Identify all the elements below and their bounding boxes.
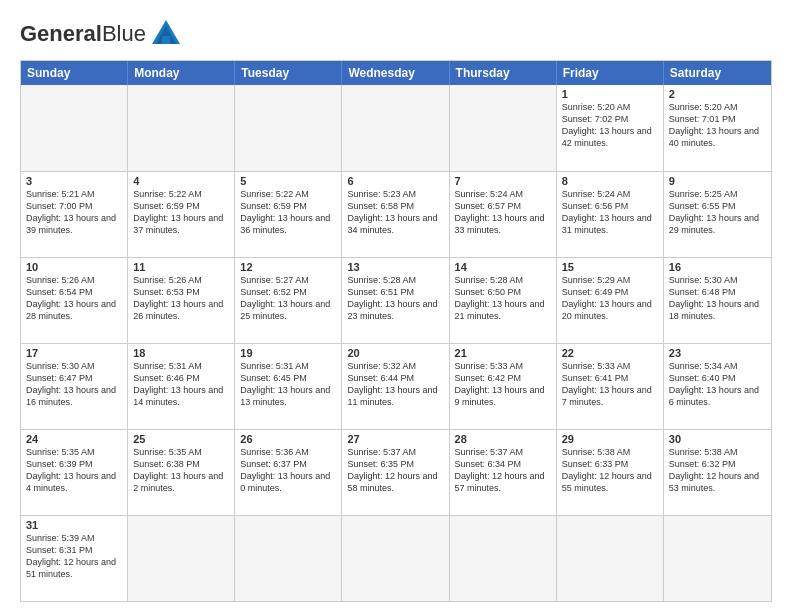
day-info: Sunrise: 5:26 AM Sunset: 6:53 PM Dayligh… (133, 274, 229, 323)
day-number: 26 (240, 433, 336, 445)
day-info: Sunrise: 5:33 AM Sunset: 6:41 PM Dayligh… (562, 360, 658, 409)
calendar-cell: 9Sunrise: 5:25 AM Sunset: 6:55 PM Daylig… (664, 172, 771, 257)
calendar-cell: 27Sunrise: 5:37 AM Sunset: 6:35 PM Dayli… (342, 430, 449, 515)
calendar-cell: 29Sunrise: 5:38 AM Sunset: 6:33 PM Dayli… (557, 430, 664, 515)
calendar-cell: 5Sunrise: 5:22 AM Sunset: 6:59 PM Daylig… (235, 172, 342, 257)
day-info: Sunrise: 5:34 AM Sunset: 6:40 PM Dayligh… (669, 360, 766, 409)
header-day-friday: Friday (557, 61, 664, 85)
day-number: 27 (347, 433, 443, 445)
day-info: Sunrise: 5:24 AM Sunset: 6:56 PM Dayligh… (562, 188, 658, 237)
day-number: 16 (669, 261, 766, 273)
calendar-row-5: 31Sunrise: 5:39 AM Sunset: 6:31 PM Dayli… (21, 515, 771, 601)
calendar-cell (235, 516, 342, 601)
day-number: 15 (562, 261, 658, 273)
calendar-cell: 16Sunrise: 5:30 AM Sunset: 6:48 PM Dayli… (664, 258, 771, 343)
calendar-cell: 8Sunrise: 5:24 AM Sunset: 6:56 PM Daylig… (557, 172, 664, 257)
calendar-header: SundayMondayTuesdayWednesdayThursdayFrid… (21, 61, 771, 85)
calendar-cell (557, 516, 664, 601)
day-info: Sunrise: 5:30 AM Sunset: 6:47 PM Dayligh… (26, 360, 122, 409)
day-number: 30 (669, 433, 766, 445)
calendar-cell: 28Sunrise: 5:37 AM Sunset: 6:34 PM Dayli… (450, 430, 557, 515)
calendar-cell: 2Sunrise: 5:20 AM Sunset: 7:01 PM Daylig… (664, 85, 771, 171)
header-day-thursday: Thursday (450, 61, 557, 85)
day-number: 25 (133, 433, 229, 445)
day-info: Sunrise: 5:20 AM Sunset: 7:01 PM Dayligh… (669, 101, 766, 150)
day-number: 5 (240, 175, 336, 187)
calendar-cell (450, 516, 557, 601)
day-info: Sunrise: 5:28 AM Sunset: 6:50 PM Dayligh… (455, 274, 551, 323)
header-day-wednesday: Wednesday (342, 61, 449, 85)
calendar-cell: 14Sunrise: 5:28 AM Sunset: 6:50 PM Dayli… (450, 258, 557, 343)
calendar-cell: 11Sunrise: 5:26 AM Sunset: 6:53 PM Dayli… (128, 258, 235, 343)
day-number: 2 (669, 88, 766, 100)
day-info: Sunrise: 5:35 AM Sunset: 6:38 PM Dayligh… (133, 446, 229, 495)
calendar-row-4: 24Sunrise: 5:35 AM Sunset: 6:39 PM Dayli… (21, 429, 771, 515)
logo-icon (148, 16, 184, 52)
calendar-cell: 31Sunrise: 5:39 AM Sunset: 6:31 PM Dayli… (21, 516, 128, 601)
day-info: Sunrise: 5:29 AM Sunset: 6:49 PM Dayligh… (562, 274, 658, 323)
logo: GeneralBlue (20, 16, 184, 52)
day-number: 31 (26, 519, 122, 531)
calendar-cell: 22Sunrise: 5:33 AM Sunset: 6:41 PM Dayli… (557, 344, 664, 429)
calendar-cell: 6Sunrise: 5:23 AM Sunset: 6:58 PM Daylig… (342, 172, 449, 257)
day-info: Sunrise: 5:20 AM Sunset: 7:02 PM Dayligh… (562, 101, 658, 150)
calendar-cell: 15Sunrise: 5:29 AM Sunset: 6:49 PM Dayli… (557, 258, 664, 343)
day-number: 24 (26, 433, 122, 445)
day-number: 29 (562, 433, 658, 445)
calendar-cell: 17Sunrise: 5:30 AM Sunset: 6:47 PM Dayli… (21, 344, 128, 429)
calendar-cell: 24Sunrise: 5:35 AM Sunset: 6:39 PM Dayli… (21, 430, 128, 515)
day-number: 12 (240, 261, 336, 273)
day-info: Sunrise: 5:38 AM Sunset: 6:32 PM Dayligh… (669, 446, 766, 495)
calendar-cell: 26Sunrise: 5:36 AM Sunset: 6:37 PM Dayli… (235, 430, 342, 515)
calendar-cell: 1Sunrise: 5:20 AM Sunset: 7:02 PM Daylig… (557, 85, 664, 171)
day-number: 23 (669, 347, 766, 359)
calendar-cell: 4Sunrise: 5:22 AM Sunset: 6:59 PM Daylig… (128, 172, 235, 257)
calendar-cell (450, 85, 557, 171)
day-number: 1 (562, 88, 658, 100)
calendar-row-0: 1Sunrise: 5:20 AM Sunset: 7:02 PM Daylig… (21, 85, 771, 171)
logo-text: GeneralBlue (20, 21, 146, 46)
calendar-cell: 7Sunrise: 5:24 AM Sunset: 6:57 PM Daylig… (450, 172, 557, 257)
day-number: 6 (347, 175, 443, 187)
day-info: Sunrise: 5:38 AM Sunset: 6:33 PM Dayligh… (562, 446, 658, 495)
header-day-tuesday: Tuesday (235, 61, 342, 85)
calendar-cell: 12Sunrise: 5:27 AM Sunset: 6:52 PM Dayli… (235, 258, 342, 343)
day-info: Sunrise: 5:28 AM Sunset: 6:51 PM Dayligh… (347, 274, 443, 323)
calendar-cell (342, 85, 449, 171)
day-number: 10 (26, 261, 122, 273)
day-info: Sunrise: 5:31 AM Sunset: 6:45 PM Dayligh… (240, 360, 336, 409)
header-day-monday: Monday (128, 61, 235, 85)
calendar-body: 1Sunrise: 5:20 AM Sunset: 7:02 PM Daylig… (21, 85, 771, 601)
day-info: Sunrise: 5:33 AM Sunset: 6:42 PM Dayligh… (455, 360, 551, 409)
day-number: 28 (455, 433, 551, 445)
day-info: Sunrise: 5:23 AM Sunset: 6:58 PM Dayligh… (347, 188, 443, 237)
day-number: 20 (347, 347, 443, 359)
day-info: Sunrise: 5:37 AM Sunset: 6:34 PM Dayligh… (455, 446, 551, 495)
day-number: 11 (133, 261, 229, 273)
day-number: 17 (26, 347, 122, 359)
calendar-row-2: 10Sunrise: 5:26 AM Sunset: 6:54 PM Dayli… (21, 257, 771, 343)
calendar-cell: 3Sunrise: 5:21 AM Sunset: 7:00 PM Daylig… (21, 172, 128, 257)
calendar-cell: 25Sunrise: 5:35 AM Sunset: 6:38 PM Dayli… (128, 430, 235, 515)
calendar-cell: 23Sunrise: 5:34 AM Sunset: 6:40 PM Dayli… (664, 344, 771, 429)
day-number: 9 (669, 175, 766, 187)
day-info: Sunrise: 5:32 AM Sunset: 6:44 PM Dayligh… (347, 360, 443, 409)
day-number: 22 (562, 347, 658, 359)
day-info: Sunrise: 5:26 AM Sunset: 6:54 PM Dayligh… (26, 274, 122, 323)
day-number: 13 (347, 261, 443, 273)
calendar-cell (664, 516, 771, 601)
day-info: Sunrise: 5:36 AM Sunset: 6:37 PM Dayligh… (240, 446, 336, 495)
calendar-row-1: 3Sunrise: 5:21 AM Sunset: 7:00 PM Daylig… (21, 171, 771, 257)
day-info: Sunrise: 5:25 AM Sunset: 6:55 PM Dayligh… (669, 188, 766, 237)
day-number: 19 (240, 347, 336, 359)
calendar-cell: 18Sunrise: 5:31 AM Sunset: 6:46 PM Dayli… (128, 344, 235, 429)
calendar: SundayMondayTuesdayWednesdayThursdayFrid… (20, 60, 772, 602)
day-info: Sunrise: 5:37 AM Sunset: 6:35 PM Dayligh… (347, 446, 443, 495)
day-info: Sunrise: 5:31 AM Sunset: 6:46 PM Dayligh… (133, 360, 229, 409)
calendar-cell (21, 85, 128, 171)
calendar-cell: 13Sunrise: 5:28 AM Sunset: 6:51 PM Dayli… (342, 258, 449, 343)
calendar-cell: 20Sunrise: 5:32 AM Sunset: 6:44 PM Dayli… (342, 344, 449, 429)
calendar-row-3: 17Sunrise: 5:30 AM Sunset: 6:47 PM Dayli… (21, 343, 771, 429)
day-info: Sunrise: 5:35 AM Sunset: 6:39 PM Dayligh… (26, 446, 122, 495)
calendar-cell (235, 85, 342, 171)
